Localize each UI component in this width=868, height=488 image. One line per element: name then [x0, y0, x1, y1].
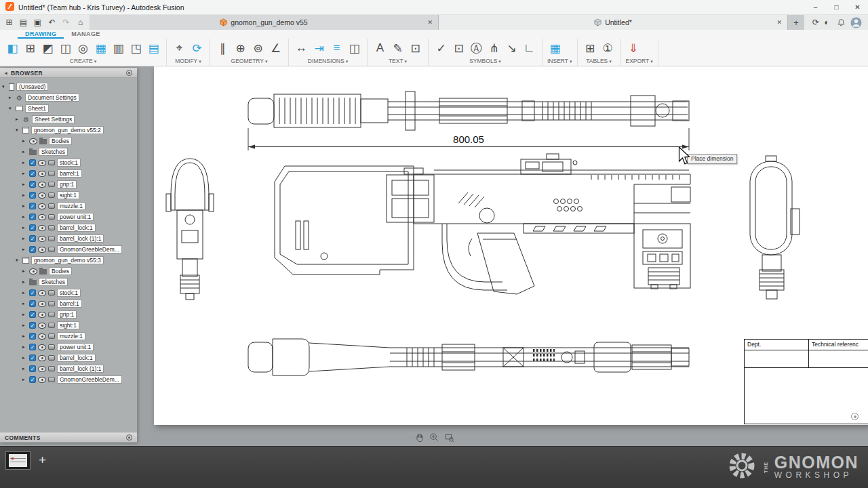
redo-icon[interactable]: ↷: [59, 16, 73, 28]
visibility-checkbox[interactable]: ✓: [29, 192, 36, 199]
tree-item[interactable]: ▸✓sight:1: [0, 190, 137, 201]
tree-item-label[interactable]: barrel_lock (1):1: [57, 365, 104, 373]
ordinate-dimension-icon[interactable]: ⇥: [311, 40, 327, 56]
title-block[interactable]: Dept. Technical referenc: [744, 339, 868, 424]
tree-item-label[interactable]: power unit:1: [57, 213, 94, 221]
surface-texture-icon[interactable]: ✓: [433, 40, 449, 56]
visibility-checkbox[interactable]: ✓: [29, 365, 36, 372]
eye-icon[interactable]: [38, 333, 46, 340]
edge-extension-icon[interactable]: ∠: [268, 40, 283, 56]
eye-icon[interactable]: [38, 290, 46, 296]
ribbon-group-label[interactable]: TABLES: [583, 58, 616, 65]
tree-item-label[interactable]: gnomon_gun_demo v55:2: [31, 126, 104, 134]
tree-expand-icon[interactable]: ▸: [22, 247, 27, 252]
ribbon-group-label[interactable]: INSERT: [547, 58, 572, 65]
zoom-icon[interactable]: [429, 432, 439, 443]
visibility-checkbox[interactable]: ✓: [29, 354, 36, 361]
tree-expand-icon[interactable]: ▸: [22, 377, 27, 382]
tree-expand-icon[interactable]: ▸: [22, 160, 27, 165]
tree-item-label[interactable]: muzzle:1: [57, 332, 85, 340]
tree-item[interactable]: ▸⚙Document Settings: [0, 92, 137, 103]
new-sheet-icon[interactable]: ▤: [146, 40, 161, 56]
visibility-checkbox[interactable]: ✓: [29, 300, 36, 307]
panel-display-toggle-icon[interactable]: [126, 70, 132, 76]
tree-expand-icon[interactable]: ▸: [22, 225, 27, 230]
tree-item-label[interactable]: sight:1: [57, 321, 79, 329]
panel-display-toggle-icon[interactable]: [126, 434, 132, 441]
move-icon[interactable]: ⌖: [172, 40, 187, 56]
visibility-checkbox[interactable]: ✓: [29, 376, 36, 383]
tree-expand-icon[interactable]: ▸: [22, 279, 27, 285]
ribbon-group-label[interactable]: GEOMETRY: [215, 58, 283, 65]
tree-item-label[interactable]: stock:1: [57, 289, 81, 297]
auxiliary-view-icon[interactable]: ◩: [40, 40, 56, 56]
eye-icon[interactable]: [38, 355, 46, 361]
tree-item[interactable]: ▸Sketches: [0, 146, 137, 157]
tree-item-label[interactable]: (Unsaved): [16, 83, 48, 91]
visibility-checkbox[interactable]: ✓: [29, 203, 36, 209]
ribbon-group-label[interactable]: SYMBOLS: [433, 58, 537, 65]
visibility-checkbox[interactable]: ✓: [29, 181, 36, 188]
app-menu-icon[interactable]: ⊞: [2, 16, 16, 28]
tree-item[interactable]: ▸✓GnomonGreebleDem...: [0, 374, 137, 385]
visibility-checkbox[interactable]: ✓: [29, 235, 36, 242]
tree-expand-icon[interactable]: ▾: [2, 84, 7, 89]
tree-item[interactable]: ▸✓muzzle:1: [0, 201, 137, 211]
tree-item[interactable]: ▸✓barrel:1: [0, 298, 137, 309]
center-mark-pattern-icon[interactable]: ⊚: [250, 40, 266, 56]
tab-close-icon[interactable]: ✕: [427, 19, 433, 26]
tree-item-label[interactable]: stock:1: [57, 159, 81, 167]
eye-icon[interactable]: [38, 214, 46, 220]
visibility-checkbox[interactable]: ✓: [29, 224, 36, 231]
tree-item-label[interactable]: Sheet Settings: [32, 115, 75, 123]
tree-item[interactable]: ▸✓stock:1: [0, 287, 137, 298]
tree-expand-icon[interactable]: ▸: [22, 138, 27, 144]
weld-symbol-icon[interactable]: ⋔: [486, 40, 502, 56]
tree-item[interactable]: ▾gnomon_gun_demo v55:3: [0, 255, 137, 266]
text-icon[interactable]: A: [372, 40, 388, 56]
tree-expand-icon[interactable]: ▸: [22, 323, 27, 328]
taper-icon[interactable]: ↘: [504, 40, 519, 56]
tree-item-label[interactable]: barrel_lock:1: [57, 354, 96, 362]
tree-expand-icon[interactable]: ▸: [22, 268, 27, 274]
tree-item-label[interactable]: GnomonGreebleDem...: [57, 375, 122, 384]
tree-expand-icon[interactable]: ▾: [9, 106, 14, 111]
notifications-bell-icon[interactable]: [837, 18, 846, 27]
frame-text-icon[interactable]: ⊡: [408, 40, 423, 56]
tree-expand-icon[interactable]: ▸: [22, 171, 27, 176]
tree-expand-icon[interactable]: ▸: [22, 301, 27, 306]
file-menu-icon[interactable]: ▤: [16, 16, 31, 28]
tree-item[interactable]: ▸✓grip:1: [0, 179, 137, 190]
tree-item[interactable]: ▸⚙Sheet Settings: [0, 114, 137, 125]
baseline-dimension-icon[interactable]: ≡: [329, 40, 344, 56]
tree-expand-icon[interactable]: ▸: [22, 344, 27, 350]
tree-item-label[interactable]: Bodies: [49, 267, 72, 275]
tree-item[interactable]: ▸✓GnomonGreebleDem...: [0, 244, 137, 255]
eye-icon[interactable]: [38, 344, 46, 350]
eye-icon[interactable]: [38, 312, 46, 318]
tree-expand-icon[interactable]: ▸: [22, 366, 27, 371]
tree-item-label[interactable]: gnomon_gun_demo v55:3: [31, 256, 104, 264]
eye-icon[interactable]: [38, 236, 46, 242]
eye-icon[interactable]: [38, 160, 46, 166]
tree-item-label[interactable]: GnomonGreebleDem...: [57, 245, 122, 253]
job-status-icon[interactable]: ⟳: [810, 18, 821, 27]
new-tab-button[interactable]: +: [788, 15, 804, 30]
zoom-window-icon[interactable]: [444, 432, 454, 443]
tree-expand-icon[interactable]: ▾: [16, 258, 20, 263]
eye-icon[interactable]: [38, 203, 46, 209]
exploded-view-icon[interactable]: ▦: [93, 40, 108, 56]
eye-icon[interactable]: [38, 192, 46, 199]
tree-item-label[interactable]: power unit:1: [57, 343, 94, 351]
close-button[interactable]: ✕: [847, 0, 868, 14]
visibility-checkbox[interactable]: ✓: [29, 159, 36, 166]
eye-icon[interactable]: [38, 323, 46, 329]
eye-icon[interactable]: [38, 171, 46, 177]
tree-expand-icon[interactable]: ▸: [22, 236, 27, 241]
tree-expand-icon[interactable]: ▸: [22, 192, 27, 198]
table-icon[interactable]: ⊞: [583, 40, 598, 56]
eye-icon[interactable]: [38, 182, 46, 188]
comments-header[interactable]: COMMENTS: [0, 432, 137, 443]
ribbon-group-label[interactable]: TEXT: [372, 58, 423, 65]
undo-icon[interactable]: ↶: [45, 16, 59, 28]
